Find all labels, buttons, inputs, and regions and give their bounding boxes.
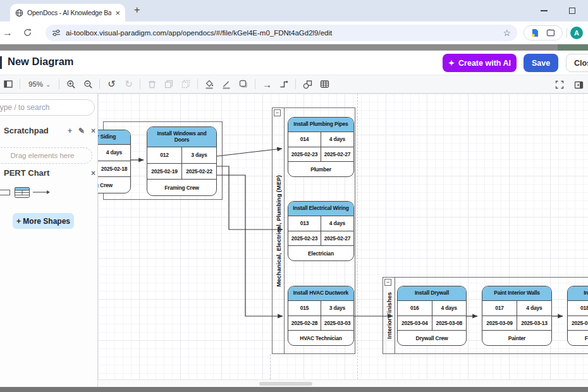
task-end: 2025-02-18	[98, 161, 130, 177]
collapse-panel-icon[interactable]	[573, 79, 584, 90]
toolbar-divider	[295, 79, 296, 89]
shape-pert-table[interactable]	[15, 187, 30, 198]
scratchpad-close-icon[interactable]: ×	[91, 126, 95, 135]
task-id: 017	[482, 301, 517, 315]
extensions-icon[interactable]	[546, 28, 555, 37]
app-header: New Diagram ✦ Create with AI Save Close	[0, 51, 588, 75]
create-with-ai-button[interactable]: ✦ Create with AI	[443, 54, 517, 72]
doc-extension-icon[interactable]	[531, 28, 539, 37]
create-with-ai-label: Create with AI	[458, 59, 511, 68]
forward-icon[interactable]: →	[3, 27, 13, 39]
task-title: Install Plumbing Pipes	[288, 118, 353, 132]
horizontal-scrollbar[interactable]	[98, 379, 588, 387]
task-title: Install Electrical Wiring	[288, 202, 353, 216]
scratchpad-add-icon[interactable]: +	[68, 126, 72, 135]
redo-icon[interactable]: ↻	[123, 78, 134, 90]
minimize-icon[interactable]	[541, 10, 548, 11]
task-title: Exterior Siding	[98, 130, 130, 145]
extensions-pill	[524, 25, 563, 40]
page-title: New Diagram	[8, 56, 74, 68]
save-button[interactable]: Save	[524, 54, 558, 72]
pert-node-windows-doors[interactable]: Install Windows and Doors 012 3 days 202…	[147, 126, 217, 196]
zoom-dropdown[interactable]: 95% ⌄	[26, 80, 53, 88]
pert-node-plumbing[interactable]: Install Plumbing Pipes 014 4 days 2025-0…	[288, 117, 354, 177]
connector[interactable]	[217, 166, 283, 230]
scrollbar-thumb[interactable]	[259, 382, 312, 386]
to-back-icon[interactable]	[180, 78, 192, 90]
task-title: Install HVAC Ductwork	[288, 286, 353, 301]
shapes-icon[interactable]	[302, 78, 313, 90]
scratchpad-dropzone[interactable]: Drag elements here	[0, 147, 92, 164]
pert-section-title: PERT Chart	[4, 168, 49, 178]
shapes-sidebar: Scratchpad + ✎ × Drag elements here PERT…	[0, 94, 98, 387]
toolbar-divider	[140, 79, 140, 89]
pert-node-siding[interactable]: Exterior Siding 4 days 2025-02-18 Siding…	[98, 130, 131, 193]
pert-node-paint[interactable]: Paint Interior Walls 017 4 days 2025-03-…	[482, 286, 552, 346]
tab-close-icon[interactable]: ×	[115, 9, 120, 17]
window-controls	[541, 0, 583, 21]
shape-arrow[interactable]	[33, 189, 50, 195]
browser-tab-bar: OpenDocs - AI Knowledge Base × +	[0, 0, 588, 21]
browser-tab[interactable]: OpenDocs - AI Knowledge Base ×	[10, 4, 125, 21]
page-bottom-strip	[0, 387, 588, 392]
browser-window: OpenDocs - AI Knowledge Base × + → ai-to…	[0, 0, 588, 392]
diagram-canvas[interactable]: Mechanical, Electrical, Plumbing (MEP) −…	[98, 94, 588, 379]
scratchpad-edit-icon[interactable]: ✎	[78, 126, 85, 135]
straight-connector-icon[interactable]: →	[261, 78, 273, 90]
pert-node-electrical[interactable]: Install Electrical Wiring 013 4 days 202…	[288, 201, 354, 261]
search-input[interactable]	[0, 99, 95, 116]
pert-section-close-icon[interactable]: ×	[91, 169, 95, 178]
task-duration: 3 days	[321, 301, 353, 315]
table-icon[interactable]	[319, 78, 330, 90]
line-color-icon[interactable]	[221, 78, 232, 90]
pert-node-flooring[interactable]: Install Flooring 018 2025-03-14 Flooring…	[567, 286, 588, 346]
task-start: 2025-02-23	[288, 147, 321, 162]
elbow-connector-icon[interactable]	[278, 78, 290, 90]
drag-hint: Drag elements here	[11, 152, 75, 159]
reload-icon[interactable]	[23, 28, 32, 37]
bookmark-star-icon[interactable]: ☆	[503, 28, 511, 38]
pert-node-hvac[interactable]: Install HVAC Ductwork 015 3 days 2025-02…	[288, 286, 354, 346]
task-duration: 4 days	[321, 132, 353, 147]
site-info-icon[interactable]	[52, 28, 61, 37]
task-resource: Electrician	[288, 246, 353, 260]
format-panel-icon[interactable]	[3, 78, 14, 90]
task-duration: 4 days	[432, 301, 467, 315]
address-bar[interactable]: ai-toolbox.visual-paradigm.com/app/opend…	[46, 25, 517, 41]
connector[interactable]	[217, 175, 283, 316]
task-resource: Drywall Crew	[398, 331, 466, 345]
task-resource: Painter	[482, 331, 551, 345]
sparkle-icon: ✦	[448, 59, 455, 67]
connector[interactable]	[217, 149, 282, 156]
zoom-in-icon[interactable]	[65, 78, 77, 90]
undo-icon[interactable]: ↺	[106, 78, 117, 90]
shadow-icon[interactable]	[238, 78, 249, 90]
task-duration: 4 days	[517, 301, 551, 315]
task-end: 2025-03-08	[432, 316, 467, 331]
profile-avatar[interactable]: A	[570, 27, 583, 39]
pert-node-drywall[interactable]: Install Drywall 016 4 days 2025-03-04 20…	[397, 286, 467, 346]
zoom-out-icon[interactable]	[82, 78, 94, 90]
task-start: 2025-03-09	[482, 316, 517, 331]
task-duration: 4 days	[98, 145, 130, 161]
toolbar-divider	[99, 79, 100, 89]
page-top-strip	[0, 44, 588, 51]
delete-icon[interactable]	[146, 78, 157, 90]
shape-rectangle[interactable]	[0, 190, 10, 195]
close-button[interactable]: Close	[566, 54, 588, 72]
maximize-icon[interactable]	[569, 8, 575, 14]
tab-title: OpenDocs - AI Knowledge Base	[27, 9, 111, 16]
globe-icon	[15, 9, 23, 17]
new-tab-button[interactable]: +	[134, 5, 140, 15]
header-edge-icon	[0, 56, 2, 69]
close-label: Close	[574, 59, 588, 68]
fullscreen-icon[interactable]	[554, 79, 565, 90]
url-text[interactable]: ai-toolbox.visual-paradigm.com/app/opend…	[66, 29, 498, 37]
task-start: 2025-03-04	[398, 316, 432, 331]
task-title: Install Flooring	[568, 286, 588, 301]
more-shapes-button[interactable]: + More Shapes	[13, 213, 74, 229]
to-front-icon[interactable]	[163, 78, 175, 90]
toolbar-right-group	[554, 75, 584, 94]
task-resource: Siding Crew	[98, 177, 130, 193]
fill-color-icon[interactable]	[204, 78, 215, 90]
